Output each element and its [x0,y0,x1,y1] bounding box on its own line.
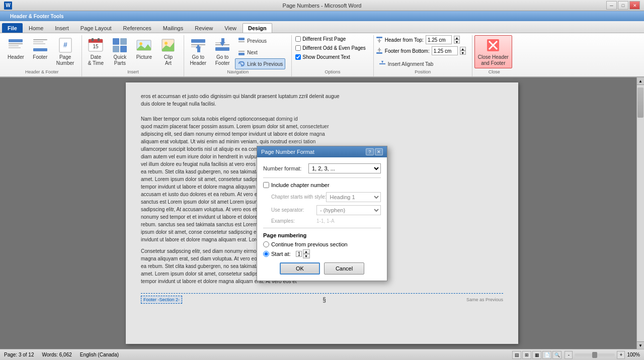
tab-insert[interactable]: Insert [49,23,74,33]
show-doc-text-input[interactable] [295,54,301,60]
start-at-input[interactable] [296,251,302,257]
tab-references[interactable]: References [118,23,157,33]
number-format-select[interactable]: 1, 2, 3, ... a, b, c, ... A, B, C, ... i… [308,163,381,173]
ok-button[interactable]: OK [280,262,320,275]
page-area: eros et accumsan et justo odio dignissim… [0,77,644,349]
header-from-top-label: Header from Top: [385,37,424,43]
quick-parts-button[interactable]: QuickParts [108,35,131,68]
svg-rect-26 [197,48,200,52]
title-text: Page Numbers - Microsoft Word [283,3,362,9]
tab-mailings[interactable]: Mailings [157,23,189,33]
separator-row: Use separator: - (hyphen) [263,205,381,215]
next-button[interactable]: Next [235,47,285,58]
tab-review[interactable]: Review [189,23,218,33]
close-header-footer-icon [485,37,501,53]
start-at-spinner: ▲ ▼ [296,249,310,258]
svg-rect-35 [238,53,245,55]
header-button[interactable]: Header [4,35,28,62]
clip-art-icon [160,37,176,53]
previous-button[interactable]: Previous [235,35,285,46]
svg-rect-4 [33,39,47,40]
dialog-help-button[interactable]: ? [366,148,374,155]
footer-button[interactable]: Footer [29,35,52,62]
number-format-label: Number format: [263,165,308,171]
tab-home[interactable]: Home [23,23,49,33]
insert-alignment-tab-label: Insert Alignment Tab [388,61,433,67]
continue-from-prev-label: Continue from previous section [271,241,348,247]
picture-button[interactable]: Picture [132,35,155,62]
start-at-up[interactable]: ▲ [303,249,310,254]
tab-design[interactable]: Design [243,23,272,33]
svg-point-22 [165,42,168,45]
tab-page-layout[interactable]: Page Layout [75,23,117,33]
number-format-row: Number format: 1, 2, 3, ... a, b, c, ...… [263,163,381,173]
go-to-footer-label: Go toFooter [215,54,230,66]
zoom-slider[interactable] [575,353,615,356]
page-number-button[interactable]: # PageNumber [53,35,78,68]
date-time-icon: 15 [88,37,104,53]
footer-from-bottom-up[interactable]: ▲ [460,47,466,51]
next-label: Next [247,50,258,55]
close-header-footer-button[interactable]: Close Headerand Footer [474,35,512,68]
svg-rect-6 [33,43,45,44]
view-btn-4[interactable]: 📄 [542,351,551,359]
minimize-button[interactable]: ─ [606,1,617,10]
date-time-button[interactable]: 15 Date& Time [84,35,107,68]
quick-parts-label: QuickParts [114,54,127,66]
diff-first-page-input[interactable] [295,36,301,42]
diff-odd-even-input[interactable] [295,45,301,51]
zoom-out-button[interactable]: - [565,351,573,359]
zoom-thumb[interactable] [592,352,597,358]
view-btn-3[interactable]: ▦ [532,351,541,359]
diff-odd-even-label: Different Odd & Even Pages [302,45,365,51]
ribbon: Header Footer # PageNumber Header & Foot… [0,33,644,77]
zoom-slider-group: - + 100% [565,351,640,359]
start-at-radio[interactable] [263,251,269,257]
go-to-footer-button[interactable]: Go toFooter [211,35,234,68]
maximize-button[interactable]: □ [618,1,628,10]
diff-first-page-checkbox[interactable]: Different First Page [294,35,367,43]
ribbon-group-insert: 15 Date& Time QuickParts Picture [82,35,184,76]
view-btn-5[interactable]: 🔍 [552,351,561,359]
diff-odd-even-checkbox[interactable]: Different Odd & Even Pages [294,44,367,52]
tab-file[interactable]: File [2,23,23,33]
tab-view[interactable]: View [219,23,242,33]
svg-rect-1 [9,43,23,44]
footer-from-bottom-input[interactable] [432,46,458,55]
header-from-top-input[interactable] [426,35,452,44]
start-at-down[interactable]: ▼ [303,254,310,258]
footer-icon [32,37,48,53]
context-tab-label: Header & Footer Tools [4,13,70,20]
svg-rect-2 [9,45,19,46]
view-btn-2[interactable]: ⊞ [522,351,531,359]
link-to-previous-button[interactable]: Link to Previous [235,58,285,69]
insert-alignment-tab-button[interactable]: Insert Alignment Tab [376,58,466,69]
clip-art-button[interactable]: ClipArt [156,35,180,68]
dialog-close-button[interactable]: ✕ [375,148,383,155]
svg-rect-15 [113,38,119,45]
close-button[interactable]: ✕ [629,1,640,10]
continue-from-prev-radio[interactable] [263,241,269,247]
include-chapter-checkbox[interactable] [263,182,269,188]
svg-rect-43 [379,63,385,64]
view-btn-1[interactable]: ▤ [512,351,521,359]
header-from-top-down[interactable]: ▼ [454,40,460,44]
cancel-button[interactable]: Cancel [324,262,364,275]
svg-text:#: # [63,41,67,49]
insert-group-label: Insert [82,69,184,74]
quick-parts-icon [112,37,128,53]
dialog-title-text: Page Number Format [261,149,314,155]
zoom-in-button[interactable]: + [617,351,625,359]
examples-label: Examples: [271,218,316,224]
svg-rect-33 [238,38,245,40]
svg-marker-39 [377,40,381,42]
svg-rect-0 [9,39,23,42]
footer-from-bottom-down[interactable]: ▼ [460,51,466,55]
go-to-header-button[interactable]: Go toHeader [186,35,210,68]
svg-rect-5 [33,41,43,42]
dialog-title-bar: Page Number Format ? ✕ [257,146,387,157]
header-from-top-up[interactable]: ▲ [454,36,460,40]
close-group-label: Close [472,69,516,74]
show-doc-text-checkbox[interactable]: Show Document Text [294,53,367,61]
page-number-format-dialog: Page Number Format ? ✕ Number format: 1,… [257,146,387,281]
